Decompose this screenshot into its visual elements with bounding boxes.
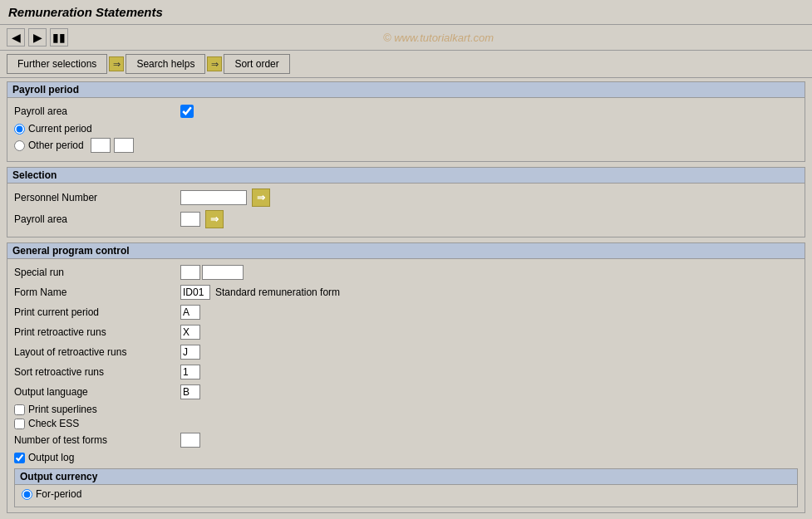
current-period-label: Current period	[28, 123, 92, 135]
print-superlines-label: Print superlines	[28, 404, 97, 415]
stop-button[interactable]: ▮▮	[50, 28, 68, 47]
for-period-label: For-period	[36, 488, 81, 500]
form-name-label: Form Name	[14, 286, 180, 298]
print-superlines-checkbox[interactable]	[14, 404, 25, 415]
output-log-checkbox[interactable]	[14, 453, 25, 463]
general-header: General program control	[7, 243, 805, 259]
output-language-row: Output language	[14, 384, 798, 400]
check-ess-label: Check ESS	[28, 418, 79, 429]
payroll-area-checkbox[interactable]	[180, 105, 194, 118]
search-helps-label: Search helps	[136, 58, 194, 70]
other-period-row: Other period	[14, 138, 798, 153]
number-test-forms-label: Number of test forms	[14, 434, 180, 446]
output-language-label: Output language	[14, 386, 180, 398]
current-period-radio[interactable]	[14, 124, 25, 135]
check-ess-row: Check ESS	[14, 418, 798, 429]
print-current-period-row: Print current period	[14, 304, 798, 321]
special-run-label: Special run	[14, 267, 180, 278]
print-current-period-label: Print current period	[14, 306, 180, 318]
personnel-number-arrow-btn[interactable]: ⇒	[252, 189, 270, 207]
general-section: General program control Special run Form…	[7, 242, 805, 513]
title-bar: Remuneration Statements	[0, 0, 812, 25]
number-test-forms-row: Number of test forms	[14, 432, 798, 448]
tab-sort-order[interactable]: Sort order	[224, 54, 289, 74]
number-test-forms-input[interactable]	[180, 433, 200, 448]
output-language-input[interactable]	[180, 384, 200, 399]
selection-body: Personnel Number ⇒ Payroll area ⇒	[7, 184, 805, 237]
output-log-row: Output log	[14, 452, 798, 463]
print-superlines-row: Print superlines	[14, 404, 798, 415]
form-name-row: Form Name Standard remuneration form	[14, 284, 798, 301]
tab-arrow-1: ⇒	[109, 56, 124, 71]
personnel-number-label: Personnel Number	[14, 192, 180, 203]
print-retroactive-runs-label: Print retroactive runs	[14, 326, 180, 338]
toolbar: ◀ ▶ ▮▮ © www.tutorialkart.com	[0, 25, 812, 51]
layout-retroactive-runs-label: Layout of retroactive runs	[14, 346, 180, 358]
personnel-number-input[interactable]	[180, 190, 247, 205]
further-selections-label: Further selections	[17, 58, 96, 70]
form-name-input[interactable]	[180, 285, 210, 300]
selection-payroll-area-arrow-btn[interactable]: ⇒	[205, 210, 224, 228]
output-currency-section: Output currency For-period	[14, 468, 798, 507]
payroll-period-header: Payroll period	[7, 82, 805, 98]
sort-retroactive-runs-input[interactable]	[180, 365, 200, 379]
for-period-row: For-period	[22, 488, 790, 500]
sort-retroactive-runs-row: Sort retroactive runs	[14, 364, 798, 380]
special-run-row: Special run	[14, 264, 798, 281]
layout-retroactive-runs-row: Layout of retroactive runs	[14, 344, 798, 360]
output-currency-header: Output currency	[15, 469, 797, 485]
sort-retroactive-runs-label: Sort retroactive runs	[14, 366, 180, 378]
forward-button[interactable]: ▶	[28, 28, 47, 47]
other-period-radio[interactable]	[14, 140, 25, 151]
selection-payroll-area-input[interactable]	[180, 212, 200, 227]
print-retroactive-runs-input[interactable]	[180, 325, 200, 340]
layout-retroactive-runs-input[interactable]	[180, 345, 200, 360]
other-period-label: Other period	[28, 140, 84, 151]
print-current-period-input[interactable]	[180, 305, 200, 320]
print-retroactive-runs-row: Print retroactive runs	[14, 324, 798, 340]
tab-search-helps[interactable]: Search helps	[125, 54, 205, 74]
general-body: Special run Form Name Standard remunerat…	[7, 259, 805, 512]
personnel-number-row: Personnel Number ⇒	[14, 189, 798, 207]
selection-payroll-area-label: Payroll area	[14, 213, 180, 225]
tab-arrow-2: ⇒	[207, 56, 222, 71]
back-button[interactable]: ◀	[7, 28, 25, 47]
current-period-row: Current period	[14, 123, 798, 135]
special-run-input-2[interactable]	[202, 265, 244, 280]
special-run-input-1[interactable]	[180, 265, 200, 280]
output-log-label: Output log	[28, 452, 74, 463]
other-period-input-1[interactable]	[91, 138, 111, 153]
page-title: Remuneration Statements	[8, 5, 804, 19]
tab-further-selections[interactable]: Further selections	[7, 54, 107, 74]
watermark: © www.tutorialkart.com	[71, 32, 805, 44]
for-period-radio[interactable]	[22, 489, 32, 500]
payroll-area-label: Payroll area	[14, 105, 180, 117]
tab-bar: Further selections ⇒ Search helps ⇒ Sort…	[0, 51, 812, 78]
selection-payroll-area-row: Payroll area ⇒	[14, 210, 798, 228]
other-period-input-2[interactable]	[114, 138, 134, 153]
payroll-period-body: Payroll area Current period Other period	[7, 98, 805, 161]
selection-section: Selection Personnel Number ⇒ Payroll are…	[7, 167, 805, 237]
sort-order-label: Sort order	[234, 58, 278, 70]
selection-header: Selection	[7, 168, 805, 184]
payroll-period-section: Payroll period Payroll area Current peri…	[7, 81, 805, 162]
form-name-description: Standard remuneration form	[215, 286, 340, 298]
main-content: Payroll period Payroll area Current peri…	[0, 78, 812, 519]
check-ess-checkbox[interactable]	[14, 419, 25, 429]
payroll-area-row: Payroll area	[14, 103, 798, 120]
